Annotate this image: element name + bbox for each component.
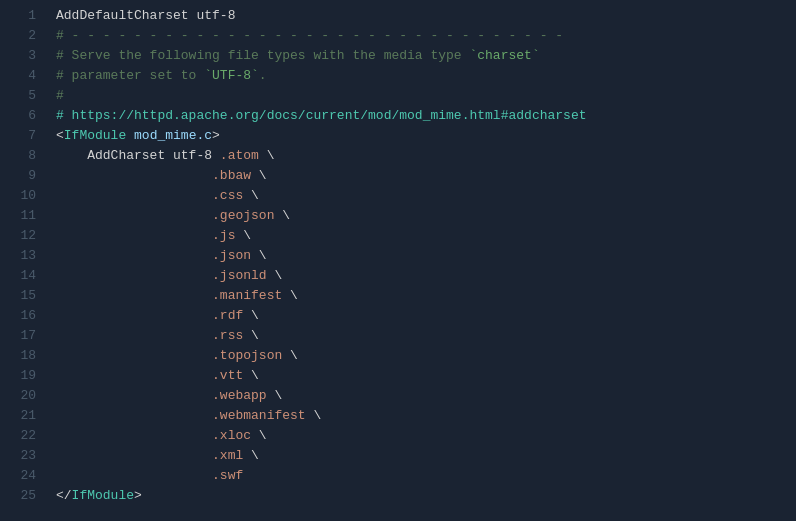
code-line: # bbox=[48, 86, 796, 106]
code-token: # parameter set to bbox=[56, 68, 204, 83]
code-token: .jsonld bbox=[212, 268, 267, 283]
line-number: 11 bbox=[0, 206, 48, 226]
code-token: .rdf bbox=[212, 308, 243, 323]
code-token: .json bbox=[212, 248, 251, 263]
line-number: 5 bbox=[0, 86, 48, 106]
line-number: 1 bbox=[0, 6, 48, 26]
code-token: # Serve the following file types with th… bbox=[56, 48, 469, 63]
line-number: 16 bbox=[0, 306, 48, 326]
code-token bbox=[56, 428, 212, 443]
line-number: 13 bbox=[0, 246, 48, 266]
code-token bbox=[56, 188, 212, 203]
code-token: < bbox=[56, 128, 64, 143]
code-line: .vtt \ bbox=[48, 366, 796, 386]
code-line: .topojson \ bbox=[48, 346, 796, 366]
code-line: <IfModule mod_mime.c> bbox=[48, 126, 796, 146]
line-number: 12 bbox=[0, 226, 48, 246]
code-line: .jsonld \ bbox=[48, 266, 796, 286]
code-token bbox=[56, 468, 212, 483]
line-number: 18 bbox=[0, 346, 48, 366]
code-line: # https://httpd.apache.org/docs/current/… bbox=[48, 106, 796, 126]
code-token bbox=[56, 308, 212, 323]
line-number: 3 bbox=[0, 46, 48, 66]
code-line: .geojson \ bbox=[48, 206, 796, 226]
code-line: # Serve the following file types with th… bbox=[48, 46, 796, 66]
code-token: \ bbox=[274, 208, 290, 223]
line-number: 21 bbox=[0, 406, 48, 426]
code-token: AddCharset utf-8 bbox=[56, 148, 220, 163]
code-token: \ bbox=[251, 428, 267, 443]
code-token: \ bbox=[243, 188, 259, 203]
line-number: 2 bbox=[0, 26, 48, 46]
line-number: 9 bbox=[0, 166, 48, 186]
code-token: AddDefaultCharset utf-8 bbox=[56, 8, 235, 23]
code-token bbox=[56, 448, 212, 463]
code-line: .css \ bbox=[48, 186, 796, 206]
code-token: > bbox=[134, 488, 142, 503]
line-number: 4 bbox=[0, 66, 48, 86]
code-token: .topojson bbox=[212, 348, 282, 363]
code-line: AddDefaultCharset utf-8 bbox=[48, 6, 796, 26]
code-token: .bbaw bbox=[212, 168, 251, 183]
code-token: `UTF-8` bbox=[204, 68, 259, 83]
code-token: \ bbox=[235, 228, 251, 243]
code-token: .atom bbox=[220, 148, 259, 163]
code-token: .webapp bbox=[212, 388, 267, 403]
code-token: .rss bbox=[212, 328, 243, 343]
code-token: IfModule bbox=[72, 488, 134, 503]
code-token: . bbox=[259, 68, 267, 83]
code-token bbox=[56, 368, 212, 383]
code-token bbox=[56, 328, 212, 343]
line-number: 17 bbox=[0, 326, 48, 346]
code-token: .vtt bbox=[212, 368, 243, 383]
line-number: 24 bbox=[0, 466, 48, 486]
code-token: IfModule bbox=[64, 128, 126, 143]
code-content: AddDefaultCharset utf-8# - - - - - - - -… bbox=[48, 0, 796, 521]
line-number: 6 bbox=[0, 106, 48, 126]
code-token bbox=[56, 388, 212, 403]
code-token: \ bbox=[243, 308, 259, 323]
code-token bbox=[56, 168, 212, 183]
line-number: 15 bbox=[0, 286, 48, 306]
code-token: \ bbox=[243, 448, 259, 463]
code-token: # - - - - - - - - - - - - - - - - - - - … bbox=[56, 28, 563, 43]
code-token: .geojson bbox=[212, 208, 274, 223]
code-token: \ bbox=[259, 148, 275, 163]
code-token: .js bbox=[212, 228, 235, 243]
code-line: </IfModule> bbox=[48, 486, 796, 506]
code-line: .swf bbox=[48, 466, 796, 486]
code-token bbox=[56, 348, 212, 363]
code-token: .xloc bbox=[212, 428, 251, 443]
code-line: # parameter set to `UTF-8`. bbox=[48, 66, 796, 86]
code-token: > bbox=[212, 128, 220, 143]
code-token: .css bbox=[212, 188, 243, 203]
code-line: .js \ bbox=[48, 226, 796, 246]
code-token: `charset` bbox=[469, 48, 539, 63]
code-token: # https://httpd.apache.org/docs/current/… bbox=[56, 108, 587, 123]
code-token: \ bbox=[243, 368, 259, 383]
code-token: \ bbox=[243, 328, 259, 343]
code-token bbox=[56, 228, 212, 243]
code-token bbox=[56, 288, 212, 303]
code-token: mod_mime.c bbox=[126, 128, 212, 143]
code-token bbox=[56, 248, 212, 263]
line-number: 20 bbox=[0, 386, 48, 406]
code-token: .manifest bbox=[212, 288, 282, 303]
code-token: .swf bbox=[212, 468, 243, 483]
code-token: # bbox=[56, 88, 64, 103]
code-line: .rss \ bbox=[48, 326, 796, 346]
line-number: 14 bbox=[0, 266, 48, 286]
code-line: .webmanifest \ bbox=[48, 406, 796, 426]
code-token: \ bbox=[282, 288, 298, 303]
code-line: .xml \ bbox=[48, 446, 796, 466]
code-token: \ bbox=[282, 348, 298, 363]
code-token: \ bbox=[251, 248, 267, 263]
line-number: 25 bbox=[0, 486, 48, 506]
code-token: \ bbox=[267, 388, 283, 403]
code-token: </ bbox=[56, 488, 72, 503]
code-token bbox=[56, 268, 212, 283]
code-token bbox=[56, 208, 212, 223]
line-number: 8 bbox=[0, 146, 48, 166]
code-token bbox=[56, 408, 212, 423]
code-token: .xml bbox=[212, 448, 243, 463]
